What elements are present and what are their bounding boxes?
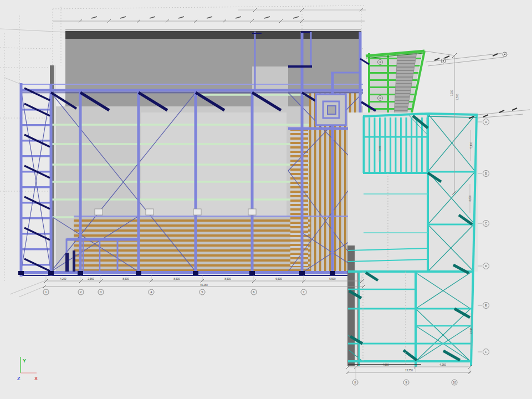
grid-bubble-4: 4 <box>151 290 152 294</box>
grid-bubble-8: 8 <box>355 381 356 384</box>
grid-bubble-9: 9 <box>406 381 407 384</box>
grid-bubble-1: 1 <box>45 290 47 294</box>
floor-joists[interactable] <box>74 216 310 272</box>
grid-bubble-D: D <box>485 264 487 268</box>
dim-bottom-2: 2,560 <box>88 278 94 280</box>
dim-bottom-3: 8,500 <box>122 278 129 280</box>
wall-light-panel <box>252 66 288 106</box>
dim-right-total: 13,750 <box>405 369 413 372</box>
dim-bottom-total: 45,260 <box>200 284 208 287</box>
wall-top-edge <box>65 29 361 30</box>
drawing-canvas[interactable]: 7,000 7,500 5,400 4,600 3,345 2,980 4,20… <box>0 0 532 399</box>
cyan-wing-frame[interactable] <box>347 112 478 367</box>
dim-bottom-4: 8,500 <box>173 278 180 280</box>
grid-bubble-3: 3 <box>100 290 102 294</box>
stair-treads-strip[interactable] <box>290 126 308 267</box>
stair-height-2: 7,500 <box>456 94 459 100</box>
axis-z-label: Z <box>17 376 21 381</box>
plan-width-note: 2,980 <box>378 145 381 151</box>
dim-bottom-5: 8,500 <box>224 278 231 280</box>
wing-dark-strip <box>347 245 355 366</box>
stair-symbol <box>316 94 346 125</box>
stair-height-1: 7,000 <box>451 90 453 96</box>
wing-height-3: 3,345 <box>470 328 473 334</box>
grid-bubble-2: 2 <box>80 290 82 294</box>
dim-bottom-6: 6,500 <box>275 278 282 280</box>
wall-dark-band <box>65 31 361 39</box>
grid-bubble-10: 10 <box>453 381 456 384</box>
wing-backdrop-lower <box>348 272 472 366</box>
grid-bubble-C: C <box>485 222 487 225</box>
grid-bubble-F: F <box>485 350 487 354</box>
wing-plan-studs <box>364 117 428 173</box>
grid-bubble-5: 5 <box>202 290 203 294</box>
axis-x-label: X <box>34 376 38 381</box>
cad-viewport[interactable]: 7,000 7,500 5,400 4,600 3,345 2,980 4,20… <box>0 0 532 399</box>
axis-y-label: Y <box>23 358 26 364</box>
dim-right-1: 4,560 <box>382 364 389 366</box>
dim-right-2: 4,260 <box>439 364 446 366</box>
grid-bubble-6: 6 <box>253 290 255 294</box>
dim-bottom-1: 4,200 <box>60 278 66 280</box>
wing-height-2: 4,600 <box>469 195 472 202</box>
wing-height-1: 5,400 <box>470 142 473 149</box>
dim-bottom-7: 6,500 <box>329 278 336 280</box>
grid-bubble-7: 7 <box>303 290 305 294</box>
